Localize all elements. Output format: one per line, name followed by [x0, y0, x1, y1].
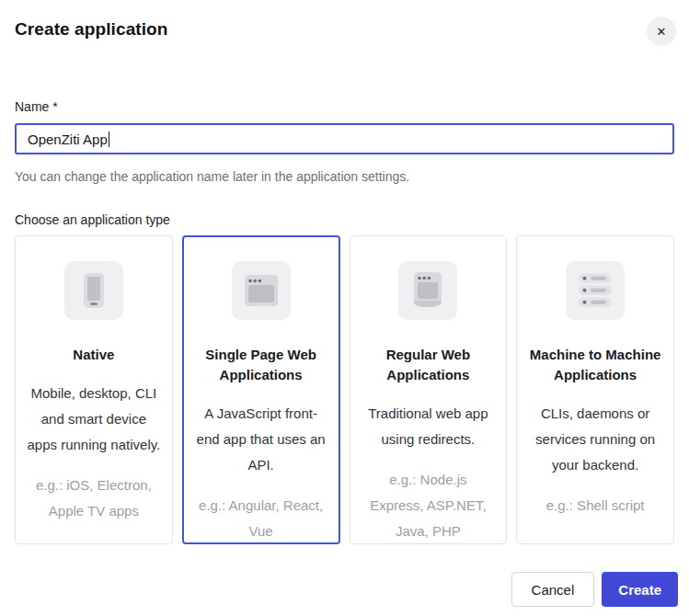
card-regular-web[interactable]: Regular Web Applications Traditional web…	[350, 235, 508, 544]
card-examples: e.g.: Angular, React, Vue	[194, 493, 328, 544]
card-title: Native	[73, 345, 114, 365]
name-input-value: OpenZiti App	[28, 131, 108, 147]
web-server-window-icon	[398, 261, 457, 320]
name-helper-text: You can change the application name late…	[15, 169, 674, 184]
cancel-button[interactable]: Cancel	[511, 572, 595, 607]
card-title: Single Page Web Applications	[194, 345, 328, 385]
card-machine-to-machine[interactable]: Machine to Machine Applications CLIs, da…	[516, 235, 674, 544]
card-title: Machine to Machine Applications	[528, 345, 662, 385]
card-examples: e.g.: Node.js Express, ASP.NET, Java, PH…	[362, 467, 496, 544]
card-description: A JavaScript front-end app that uses an …	[194, 401, 328, 478]
create-application-dialog: Create application ✕ Name * OpenZiti App…	[0, 0, 689, 616]
card-examples: e.g.: Shell script	[546, 493, 645, 519]
close-button[interactable]: ✕	[647, 17, 676, 46]
card-description: Traditional web app using redirects.	[362, 401, 496, 452]
card-description: CLIs, daemons or services running on you…	[528, 401, 662, 478]
browser-window-icon	[232, 261, 291, 320]
card-native[interactable]: Native Mobile, desktop, CLI and smart de…	[15, 235, 173, 544]
card-examples: e.g.: iOS, Electron, Apple TV apps	[27, 473, 161, 524]
card-description: Mobile, desktop, CLI and smart device ap…	[27, 381, 161, 458]
text-caret	[109, 131, 109, 147]
name-field-label: Name *	[15, 99, 674, 114]
application-type-cards: Native Mobile, desktop, CLI and smart de…	[15, 235, 674, 544]
card-single-page-web[interactable]: Single Page Web Applications A JavaScrip…	[182, 235, 340, 544]
card-title: Regular Web Applications	[362, 345, 496, 385]
dialog-header: Create application ✕	[0, 0, 689, 46]
create-button[interactable]: Create	[602, 572, 678, 607]
name-input[interactable]: OpenZiti App	[15, 123, 674, 154]
application-type-label: Choose an application type	[15, 212, 674, 227]
mobile-phone-icon	[64, 261, 123, 320]
server-stack-icon	[566, 261, 625, 320]
close-icon: ✕	[657, 26, 667, 38]
dialog-title: Create application	[15, 17, 168, 40]
dialog-footer: Cancel Create	[0, 572, 678, 607]
application-form: Name * OpenZiti App You can change the a…	[0, 99, 689, 227]
